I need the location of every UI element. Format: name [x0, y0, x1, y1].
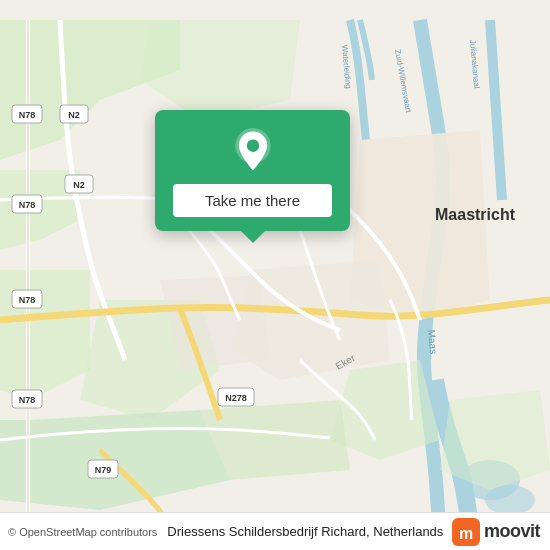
take-me-there-button[interactable]: Take me there	[173, 184, 332, 217]
svg-point-28	[246, 140, 258, 152]
svg-point-2	[485, 485, 535, 515]
osm-credit: © OpenStreetMap contributors	[8, 526, 157, 538]
bottom-bar: © OpenStreetMap contributors Driessens S…	[0, 512, 550, 550]
svg-text:N78: N78	[19, 200, 36, 210]
location-title: Driessens Schildersbedrijf Richard, Neth…	[167, 524, 443, 539]
map-container: N78 N78 N78 N78 N2 N2 N278 N79 Maastrich…	[0, 0, 550, 550]
svg-text:N78: N78	[19, 110, 36, 120]
map-svg: N78 N78 N78 N78 N2 N2 N278 N79 Maastrich…	[0, 0, 550, 550]
moovit-icon: m	[452, 518, 480, 546]
svg-text:N278: N278	[225, 393, 247, 403]
location-pin-icon	[230, 128, 276, 174]
svg-text:N78: N78	[19, 295, 36, 305]
svg-text:N78: N78	[19, 395, 36, 405]
moovit-text: moovit	[484, 521, 540, 542]
svg-text:N2: N2	[73, 180, 85, 190]
svg-text:Maastricht: Maastricht	[435, 206, 516, 223]
svg-text:m: m	[459, 525, 473, 542]
svg-text:N79: N79	[95, 465, 112, 475]
svg-text:N2: N2	[68, 110, 80, 120]
moovit-logo: m moovit	[452, 518, 540, 546]
svg-text:Maas: Maas	[426, 329, 439, 354]
popup-card: Take me there	[155, 110, 350, 231]
